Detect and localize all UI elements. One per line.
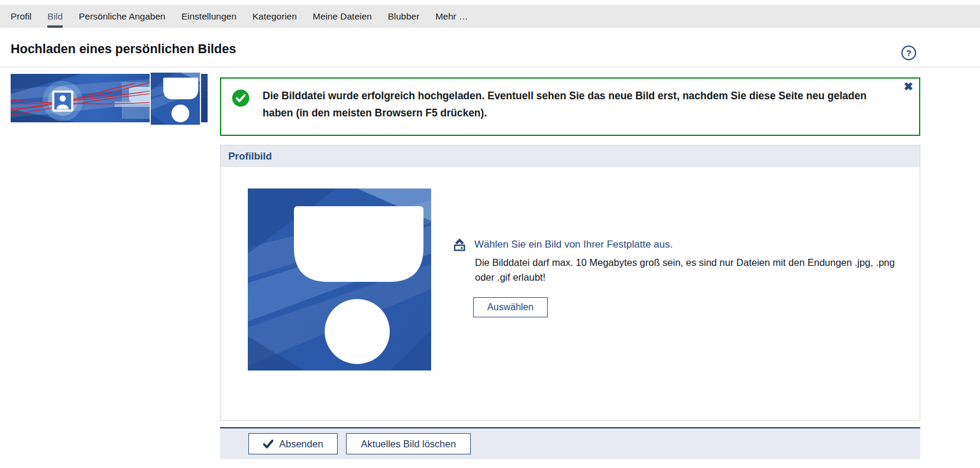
profile-tab-bar: Profil Bild Persönliche Angaben Einstell… — [0, 5, 980, 28]
upload-icon — [452, 237, 467, 252]
tab-bild[interactable]: Bild — [47, 5, 63, 28]
choose-file-button[interactable]: Auswählen — [473, 297, 548, 317]
title-divider — [0, 67, 980, 67]
upload-hint: Die Bilddatei darf max. 10 Megabytes gro… — [475, 255, 916, 285]
profile-image-page: Profil Bild Persönliche Angaben Einstell… — [0, 0, 980, 468]
tab-mehr[interactable]: Mehr … — [435, 5, 468, 28]
tab-blubber[interactable]: Blubber — [388, 5, 419, 28]
profile-image-preview — [248, 188, 431, 370]
success-alert: Die Bilddatei wurde erfolgreich hochgela… — [220, 77, 920, 136]
delete-image-button-label: Aktuelles Bild löschen — [361, 438, 456, 450]
success-message: Die Bilddatei wurde erfolgreich hochgela… — [263, 87, 890, 135]
current-avatar-thumbnail — [150, 72, 201, 126]
help-glyph: ? — [906, 48, 911, 58]
check-icon — [263, 440, 273, 448]
tab-persoenliche-angaben[interactable]: Persönliche Angaben — [79, 5, 166, 28]
tab-profil[interactable]: Profil — [11, 5, 31, 28]
tab-meine-dateien[interactable]: Meine Dateien — [313, 5, 372, 28]
form-footer: Absenden Aktuelles Bild löschen — [220, 428, 920, 459]
profilbild-section: Profilbild — [220, 145, 920, 421]
page-title: Hochladen eines persönlichen Bildes — [11, 42, 236, 57]
tab-kategorien[interactable]: Kategorien — [253, 5, 297, 28]
avatar-artwork — [248, 188, 431, 370]
delete-image-button[interactable]: Aktuelles Bild löschen — [346, 433, 471, 454]
close-icon[interactable]: ✖ — [904, 81, 913, 92]
avatar-thumbnail-artwork — [151, 73, 200, 125]
help-icon[interactable]: ? — [901, 46, 916, 60]
choose-file-link[interactable]: Wählen Sie ein Bild von Ihrer Festplatte… — [474, 239, 672, 251]
success-check-icon — [232, 89, 250, 107]
tab-einstellungen[interactable]: Einstellungen — [182, 5, 237, 28]
submit-button-label: Absenden — [279, 438, 323, 450]
submit-button[interactable]: Absenden — [248, 433, 338, 454]
profilbild-legend: Profilbild — [221, 145, 920, 167]
